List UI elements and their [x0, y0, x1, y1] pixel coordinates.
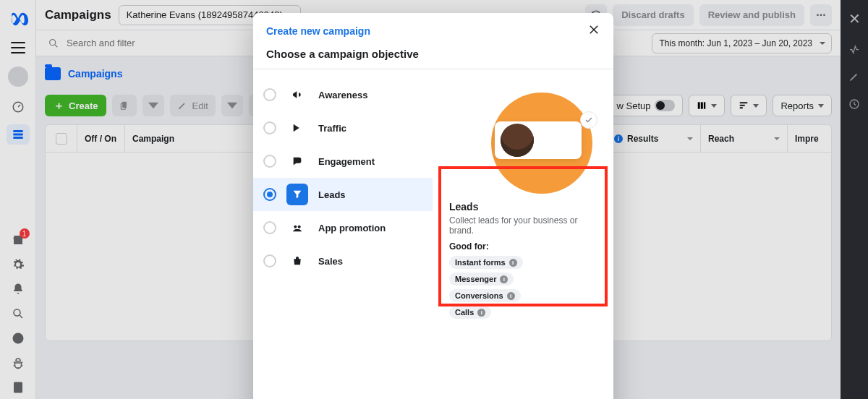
- good-for-label: Good for:: [449, 241, 597, 252]
- objective-engagement[interactable]: Engagement: [253, 145, 433, 178]
- objective-label: Leads: [318, 189, 346, 200]
- info-icon: i: [500, 275, 508, 283]
- info-icon: i: [509, 259, 517, 267]
- radio-icon: [263, 155, 276, 168]
- good-for-chip[interactable]: Messengeri: [449, 273, 514, 286]
- objective-label: Sales: [318, 256, 343, 267]
- objective-illustration: [488, 93, 596, 186]
- info-icon: i: [477, 309, 485, 317]
- awareness-icon: [286, 84, 308, 106]
- objective-label: Traffic: [318, 123, 346, 134]
- traffic-icon: [286, 117, 308, 139]
- detail-subtitle: Collect leads for your business or brand…: [449, 215, 597, 236]
- radio-icon: [263, 188, 276, 201]
- leads-icon: [286, 184, 308, 205]
- close-icon[interactable]: [587, 23, 600, 39]
- engagement-icon: [286, 150, 308, 172]
- check-icon: [580, 111, 597, 129]
- sales-icon: [286, 250, 308, 272]
- app_promotion-icon: [286, 217, 308, 239]
- objective-leads[interactable]: Leads: [253, 178, 433, 211]
- good-for-chip[interactable]: Conversionsi: [449, 289, 521, 302]
- campaign-objective-modal: Create new campaign Choose a campaign ob…: [253, 13, 613, 399]
- objective-label: Engagement: [318, 156, 375, 167]
- good-for-chip[interactable]: Instant formsi: [449, 256, 523, 269]
- radio-icon: [263, 88, 276, 101]
- objective-detail: Leads Collect leads for your business or…: [442, 194, 605, 326]
- svg-point-19: [298, 226, 301, 228]
- radio-icon: [263, 221, 276, 234]
- objective-label: Awareness: [318, 90, 367, 100]
- objective-app_promotion[interactable]: App promotion: [253, 211, 433, 244]
- objective-traffic[interactable]: Traffic: [253, 111, 433, 145]
- objective-label: App promotion: [318, 223, 386, 233]
- radio-icon: [263, 121, 276, 134]
- svg-point-18: [294, 226, 297, 228]
- good-for-chip[interactable]: Callsi: [449, 306, 491, 319]
- radio-icon: [263, 254, 276, 267]
- objective-awareness[interactable]: Awareness: [253, 78, 433, 111]
- create-new-campaign-link[interactable]: Create new campaign: [266, 25, 370, 37]
- info-icon: i: [507, 292, 515, 300]
- modal-title: Choose a campaign objective: [253, 43, 613, 69]
- objective-sales[interactable]: Sales: [253, 244, 433, 278]
- detail-title: Leads: [449, 201, 597, 213]
